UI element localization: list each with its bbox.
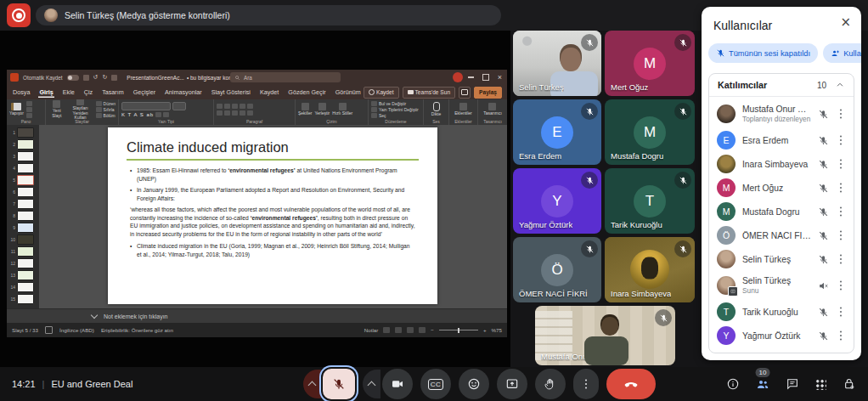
participant-menu-button[interactable] xyxy=(836,247,846,271)
participant-menu-button[interactable] xyxy=(836,99,846,128)
notes-collapse-icon[interactable] xyxy=(91,311,98,318)
participant-row[interactable]: Mustafa Onur Yalçın (Siz) Toplantıyı düz… xyxy=(709,99,854,128)
slide-thumbnail[interactable]: 7 xyxy=(8,198,37,209)
ribbon-tab[interactable]: Animasyonlar xyxy=(164,87,203,98)
participant-menu-button[interactable] xyxy=(836,176,846,200)
font-style-buttons[interactable]: K T A S ab xyxy=(121,112,154,117)
record-button[interactable]: Kaydet xyxy=(364,87,399,99)
participant-row[interactable]: Y Yağmur Öztürk xyxy=(709,324,854,347)
participant-row[interactable]: E Esra Erdem xyxy=(709,128,854,152)
display-settings-icon[interactable] xyxy=(45,326,53,334)
participant-menu-button[interactable] xyxy=(836,128,846,152)
participant-menu-button[interactable] xyxy=(836,271,846,300)
activities-grid-icon[interactable] xyxy=(815,379,826,390)
mic-toggle-button[interactable] xyxy=(323,369,355,399)
camera-toggle-button[interactable] xyxy=(382,369,413,399)
designer-button[interactable]: Tasarımcı xyxy=(483,103,502,116)
mute-all-button[interactable]: Tümünün sesi kapatıldı xyxy=(708,43,818,63)
slide-thumbnail[interactable]: 6 xyxy=(8,186,37,197)
align-left-icon[interactable] xyxy=(217,110,223,116)
ribbon-tab[interactable]: Giriş xyxy=(38,87,54,98)
mic-options-button[interactable] xyxy=(303,370,321,398)
redo-icon[interactable]: ↻ xyxy=(102,74,107,81)
ppt-search-box[interactable]: Ara xyxy=(230,72,341,82)
participant-row[interactable]: Inara Simbayeva xyxy=(709,152,854,176)
undo-icon[interactable]: ↺ xyxy=(93,74,99,81)
slide-thumbnail[interactable]: 10 xyxy=(8,234,37,245)
comments-button[interactable] xyxy=(459,87,471,99)
ribbon-tab[interactable]: Çiz xyxy=(83,87,93,98)
raise-hand-button[interactable] xyxy=(535,369,566,399)
notes-placeholder[interactable]: Not eklemek için tıklayın xyxy=(104,313,167,319)
camera-options-button[interactable] xyxy=(363,370,380,398)
ribbon-tab[interactable]: Kaydet xyxy=(259,87,279,98)
zoom-in-button[interactable]: + xyxy=(483,327,487,333)
text-highlight-icon[interactable] xyxy=(155,112,161,117)
justify-icon[interactable] xyxy=(240,110,245,116)
participant-row[interactable]: Selin Türkeş Sunu xyxy=(709,271,854,300)
paste-button[interactable]: Yapıştır xyxy=(9,103,24,116)
participant-row[interactable]: T Tarik Kuruoğlu xyxy=(709,300,854,324)
numbered-list-icon[interactable] xyxy=(224,104,230,109)
format-painter-icon[interactable] xyxy=(26,113,32,118)
save-icon[interactable] xyxy=(83,75,89,81)
replace-fonts-button[interactable]: Yazı Tiplerini Değiştir xyxy=(371,107,419,112)
accessibility-checker[interactable]: Erişilebilirlik: Önerilere göz atın xyxy=(101,327,173,333)
video-tile[interactable]: Ö ÖMER NACİ FİKRİ xyxy=(513,237,601,302)
video-tile[interactable]: M Mert Oğuz xyxy=(605,31,695,96)
slide-thumbnail[interactable]: 4 xyxy=(8,162,37,173)
layout-button[interactable]: Düzen xyxy=(96,101,116,106)
font-size-select[interactable] xyxy=(172,102,186,110)
participant-row[interactable]: M Mert Oğuz xyxy=(709,176,854,200)
quick-styles-button[interactable]: Hızlı Stiller xyxy=(332,103,352,116)
shapes-button[interactable]: Şekiller xyxy=(298,103,312,116)
participant-row[interactable]: Ö ÖMER NACİ FİKRİ xyxy=(709,223,854,247)
slide-thumbnail[interactable]: 11 xyxy=(8,246,37,257)
participant-menu-button[interactable] xyxy=(836,200,846,223)
reading-view-icon[interactable] xyxy=(407,327,414,333)
font-color-icon[interactable] xyxy=(163,112,169,117)
zoom-level[interactable]: %75 xyxy=(492,327,502,333)
video-tile[interactable]: E Esra Erdem xyxy=(513,99,601,165)
participant-row[interactable]: Selin Türkeş xyxy=(709,247,854,271)
participant-menu-button[interactable] xyxy=(836,223,846,247)
info-icon[interactable] xyxy=(726,377,740,391)
align-right-icon[interactable] xyxy=(232,110,238,116)
slide-thumbnail[interactable]: 9 xyxy=(8,222,37,233)
zoom-out-button[interactable]: − xyxy=(431,327,434,333)
minimize-button[interactable] xyxy=(468,76,474,78)
more-options-button[interactable] xyxy=(573,369,599,399)
slide-thumbnail[interactable]: 2 xyxy=(8,138,37,150)
participant-row[interactable]: M Mustafa Dogru xyxy=(709,200,854,223)
select-button[interactable]: Seç xyxy=(371,113,419,118)
find-button[interactable]: Bul ve Değiştir xyxy=(371,101,419,106)
slide-sorter-view-icon[interactable] xyxy=(395,327,402,333)
video-tile[interactable]: T Tarik Kuruoğlu xyxy=(605,168,695,234)
ribbon-tab[interactable]: Slayt Gösterisi xyxy=(211,87,251,98)
ribbon-tab[interactable]: Dosya xyxy=(12,87,31,98)
ribbon-tab[interactable]: Geçişler xyxy=(132,87,156,98)
presenter-banner[interactable]: Selin Türkeş (Medya gösterme kontrolleri… xyxy=(36,5,501,25)
captions-button[interactable]: CC xyxy=(420,369,451,399)
indent-increase-icon[interactable] xyxy=(240,104,245,109)
chat-icon[interactable] xyxy=(786,377,799,391)
chevron-up-icon[interactable] xyxy=(835,80,845,90)
slideshow-view-icon[interactable] xyxy=(419,327,426,333)
autosave-toggle[interactable] xyxy=(67,75,79,81)
slide-thumbnail[interactable]: 13 xyxy=(8,269,37,280)
participant-menu-button[interactable] xyxy=(836,152,846,176)
share-button[interactable]: Paylaş xyxy=(474,87,502,99)
language-indicator[interactable]: İngilizce (ABD) xyxy=(59,327,94,333)
copy-icon[interactable] xyxy=(26,107,32,112)
maximize-button[interactable] xyxy=(482,74,489,81)
columns-icon[interactable] xyxy=(247,110,253,116)
new-slide-button[interactable]: Yeni Slayt xyxy=(48,100,65,118)
slide-thumbnail[interactable]: 15 xyxy=(8,293,37,304)
slide-thumbnail[interactable]: 8 xyxy=(8,210,37,221)
cut-icon[interactable] xyxy=(26,101,32,106)
account-avatar[interactable] xyxy=(453,72,463,82)
participant-menu-button[interactable] xyxy=(836,300,846,324)
notes-toggle[interactable]: Notlar xyxy=(364,327,379,333)
reuse-slides-button[interactable]: Slaytları Yeniden Kullan xyxy=(68,99,93,119)
present-in-teams-button[interactable]: Teams'de Sun xyxy=(403,87,456,99)
